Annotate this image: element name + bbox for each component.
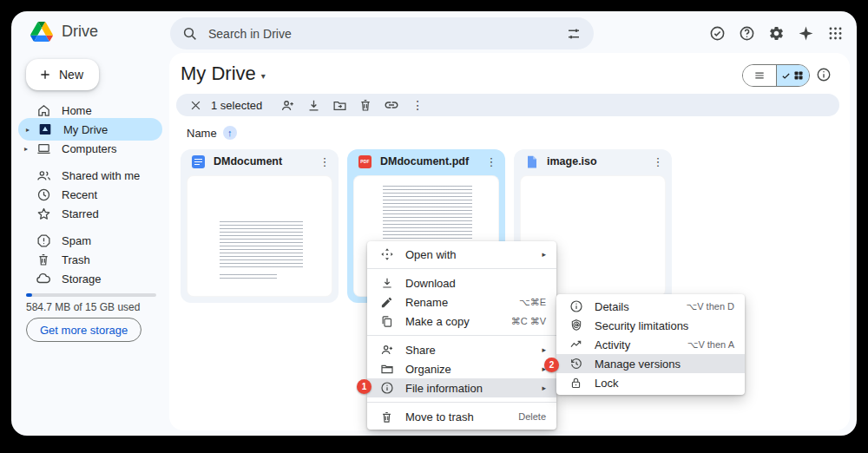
brand-name: Drive — [62, 23, 98, 41]
more-vert-icon[interactable]: ⋮ — [483, 153, 500, 170]
file-name: DMdocument — [214, 155, 308, 167]
menu-item-download[interactable]: Download — [367, 273, 556, 292]
search-input[interactable] — [207, 26, 557, 42]
menu-item-label: Activity — [595, 338, 676, 351]
rename-pencil-icon — [379, 295, 394, 310]
shared-people-icon — [36, 167, 51, 183]
sidebar-item-label: My Drive — [63, 123, 108, 136]
storage-progress-bar — [26, 293, 156, 297]
search-bar[interactable] — [170, 17, 594, 49]
more-vert-icon[interactable]: ⋮ — [316, 153, 333, 170]
sidebar-item-recent[interactable]: Recent — [16, 185, 164, 204]
sidebar-item-home[interactable]: Home — [16, 101, 164, 120]
page-title-text: My Drive — [181, 62, 256, 85]
search-options-icon[interactable] — [566, 26, 582, 42]
menu-item-label: Make a copy — [405, 315, 500, 328]
menu-shortcut: ⌥V then D — [687, 301, 734, 312]
info-icon — [379, 381, 394, 396]
gemini-sparkle-icon[interactable] — [796, 23, 815, 43]
folder-icon — [379, 362, 394, 377]
menu-item-label: Open with — [405, 248, 530, 261]
apps-grid-icon[interactable] — [825, 23, 845, 43]
submenu-arrow-icon: ▸ — [542, 250, 546, 259]
list-view-button[interactable] — [743, 65, 776, 86]
computers-icon — [36, 141, 51, 156]
grid-view-button[interactable] — [777, 65, 810, 86]
drive-triangle-icon — [30, 22, 53, 42]
step-badge-1: 1 — [357, 379, 372, 394]
move-to-folder-icon[interactable] — [328, 95, 351, 115]
menu-item-rename[interactable]: Rename ⌥⌘E — [367, 292, 556, 312]
sidebar-item-label: Trash — [62, 253, 90, 266]
expand-caret-icon[interactable]: ▸ — [20, 145, 32, 153]
drive-logo[interactable]: Drive — [30, 22, 98, 42]
sort-ascending-icon: ↑ — [223, 126, 237, 140]
trash-icon — [379, 410, 394, 424]
expand-caret-icon[interactable]: ▸ — [22, 126, 34, 134]
google-doc-icon — [191, 154, 206, 169]
sidebar-item-storage[interactable]: Storage — [16, 269, 164, 288]
submenu-arrow-icon: ▸ — [542, 345, 546, 354]
submenu-item-security-limitations[interactable]: Security limitations — [556, 316, 745, 335]
details-info-icon[interactable] — [816, 67, 832, 82]
menu-shortcut: ⌘C ⌘V — [511, 316, 546, 327]
sidebar-item-label: Shared with me — [62, 169, 140, 182]
help-icon[interactable] — [737, 23, 756, 43]
menu-item-label: Security limitations — [595, 319, 734, 332]
file-name: DMdocument.pdf — [380, 155, 475, 167]
sidebar-item-starred[interactable]: Starred — [16, 204, 164, 223]
new-button-label: New — [59, 68, 83, 82]
selection-toolbar: 1 selected — [176, 94, 839, 116]
sidebar-item-shared-with-me[interactable]: Shared with me — [16, 166, 164, 185]
search-icon — [182, 26, 198, 42]
get-more-storage-button[interactable]: Get more storage — [26, 318, 141, 342]
context-menu: Open with ▸ Download Rename — [367, 241, 556, 430]
download-icon[interactable] — [302, 95, 325, 115]
menu-divider — [367, 268, 556, 269]
home-icon — [36, 102, 51, 118]
trash-icon[interactable] — [354, 95, 377, 115]
sidebar-item-my-drive[interactable]: ▸ My Drive — [18, 118, 162, 141]
more-vert-icon[interactable]: ⋮ — [649, 153, 667, 170]
page-title[interactable]: My Drive ▾ — [181, 62, 266, 85]
offline-status-icon[interactable] — [707, 23, 727, 43]
list-view-icon — [753, 69, 766, 82]
new-button[interactable]: New — [26, 59, 99, 90]
menu-item-label: Manage versions — [595, 358, 734, 371]
selected-count: 1 selected — [211, 99, 262, 112]
menu-item-move-to-trash[interactable]: Move to trash Delete — [367, 407, 556, 426]
close-selection-icon[interactable] — [185, 95, 206, 115]
submenu-item-activity[interactable]: Activity ⌥V then A — [556, 335, 745, 354]
storage-usage-text: 584.7 MB of 15 GB used — [26, 301, 140, 313]
topbar-actions — [707, 23, 845, 43]
menu-item-file-information[interactable]: File information ▸ — [367, 378, 556, 397]
copy-link-icon[interactable] — [380, 95, 403, 115]
more-actions-icon[interactable]: ⋮ — [406, 95, 429, 115]
menu-shortcut: Delete — [518, 411, 546, 422]
info-icon — [569, 299, 583, 314]
submenu-item-details[interactable]: Details ⌥V then D — [556, 297, 745, 316]
submenu-item-lock[interactable]: Lock — [556, 373, 745, 392]
drive-window: Drive — [11, 11, 857, 436]
menu-item-label: Organize — [405, 363, 530, 376]
menu-item-open-with[interactable]: Open with ▸ — [367, 245, 556, 264]
share-person-add-icon[interactable] — [276, 95, 299, 115]
menu-item-make-a-copy[interactable]: Make a copy ⌘C ⌘V — [367, 312, 556, 331]
file-information-submenu: Details ⌥V then D Security limitations — [556, 294, 745, 395]
sidebar-item-computers[interactable]: ▸ Computers — [16, 139, 164, 158]
menu-shortcut: ⌥V then A — [687, 339, 734, 351]
file-card-dmdocument[interactable]: DMdocument ⋮ — [181, 149, 339, 303]
menu-item-organize[interactable]: Organize ▸ — [367, 359, 556, 378]
sidebar-item-trash[interactable]: Trash — [16, 250, 164, 269]
menu-divider — [367, 402, 556, 403]
version-history-icon — [569, 357, 583, 371]
sidebar-item-label: Home — [62, 104, 92, 117]
trash-icon — [36, 252, 51, 267]
sidebar-item-spam[interactable]: Spam — [16, 231, 164, 250]
menu-item-label: Move to trash — [405, 410, 507, 423]
menu-item-share[interactable]: Share ▸ — [367, 340, 556, 359]
submenu-item-manage-versions[interactable]: Manage versions — [556, 354, 745, 373]
sort-by-name[interactable]: Name ↑ — [187, 126, 237, 140]
settings-gear-icon[interactable] — [766, 23, 786, 43]
sidebar-item-label: Storage — [62, 272, 102, 286]
